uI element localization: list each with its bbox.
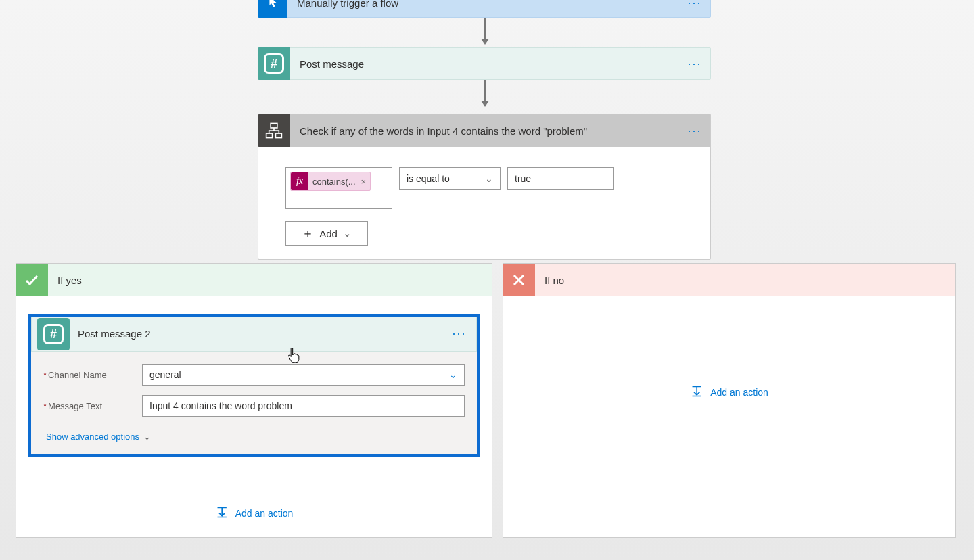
fx-icon: fx <box>291 172 308 190</box>
insert-action-icon <box>690 384 703 400</box>
condition-operator-select[interactable]: is equal to ⌄ <box>399 167 501 190</box>
branch-header[interactable]: If no <box>503 264 955 296</box>
channel-name-select[interactable]: general ⌄ <box>142 364 465 386</box>
trigger-card[interactable]: Manually trigger a flow ··· <box>258 0 711 18</box>
message-text-value: Input 4 contains the word problem <box>149 400 292 411</box>
chevron-down-icon: ⌄ <box>143 431 151 442</box>
more-menu-icon[interactable]: ··· <box>449 327 476 341</box>
channel-name-value: general <box>149 369 181 380</box>
add-action-label: Add an action <box>710 387 768 398</box>
if-yes-branch: If yes # Post message 2 ··· *Channel Nam… <box>16 263 492 538</box>
post-message-2-card[interactable]: # Post message 2 ··· *Channel Name gener… <box>28 314 480 457</box>
more-menu-icon[interactable]: ··· <box>683 57 710 71</box>
svg-rect-2 <box>275 133 281 138</box>
chevron-down-icon: ⌄ <box>343 227 352 239</box>
more-menu-icon[interactable]: ··· <box>683 0 710 10</box>
add-label: Add <box>319 228 338 239</box>
connector-arrow <box>484 80 486 106</box>
check-icon <box>16 264 48 296</box>
close-icon <box>503 264 535 296</box>
condition-title: Check if any of the words in Input 4 con… <box>290 125 683 137</box>
condition-card[interactable]: Check if any of the words in Input 4 con… <box>258 114 711 260</box>
insert-action-icon <box>215 505 229 521</box>
trigger-title: Manually trigger a flow <box>287 0 683 9</box>
add-action-label: Add an action <box>235 508 294 519</box>
slack-icon: # <box>37 318 70 350</box>
expression-text: contains(... <box>308 177 360 187</box>
connector-arrow <box>484 18 486 43</box>
post-message-2-title: Post message 2 <box>70 328 449 340</box>
svg-rect-0 <box>271 123 277 128</box>
svg-rect-1 <box>266 133 273 138</box>
expression-chip[interactable]: fx contains(... × <box>290 172 371 191</box>
slack-icon: # <box>258 47 290 80</box>
chevron-down-icon: ⌄ <box>449 369 457 380</box>
post-message-card[interactable]: # Post message ··· <box>258 47 711 80</box>
add-action-button[interactable]: Add an action <box>215 505 294 521</box>
branch-icon <box>258 114 290 147</box>
condition-value: true <box>515 173 531 184</box>
chevron-down-icon: ⌄ <box>485 173 493 184</box>
message-text-input[interactable]: Input 4 contains the word problem <box>142 395 465 417</box>
more-menu-icon[interactable]: ··· <box>683 124 710 138</box>
remove-chip-icon[interactable]: × <box>360 177 368 187</box>
condition-header[interactable]: Check if any of the words in Input 4 con… <box>258 114 710 147</box>
add-condition-button[interactable]: ＋ Add ⌄ <box>285 221 368 246</box>
add-action-button[interactable]: Add an action <box>690 384 768 400</box>
if-no-branch: If no Add an action <box>503 263 956 538</box>
pointer-icon <box>258 0 287 18</box>
show-advanced-link[interactable]: Show advanced options ⌄ <box>43 431 151 442</box>
if-yes-title: If yes <box>48 275 82 286</box>
branch-header[interactable]: If yes <box>16 264 492 296</box>
condition-body: fx contains(... × is equal to ⌄ true ＋ A… <box>258 147 710 259</box>
condition-value-input[interactable]: true <box>507 167 614 190</box>
condition-left-operand[interactable]: fx contains(... × <box>285 167 392 209</box>
plus-icon: ＋ <box>302 227 314 239</box>
post-message-title: Post message <box>290 58 683 70</box>
message-text-label: *Message Text <box>43 401 142 411</box>
operator-value: is equal to <box>407 173 450 184</box>
if-no-title: If no <box>535 275 564 286</box>
channel-name-label: *Channel Name <box>43 370 142 380</box>
post-message-2-header[interactable]: # Post message 2 ··· <box>31 317 477 352</box>
